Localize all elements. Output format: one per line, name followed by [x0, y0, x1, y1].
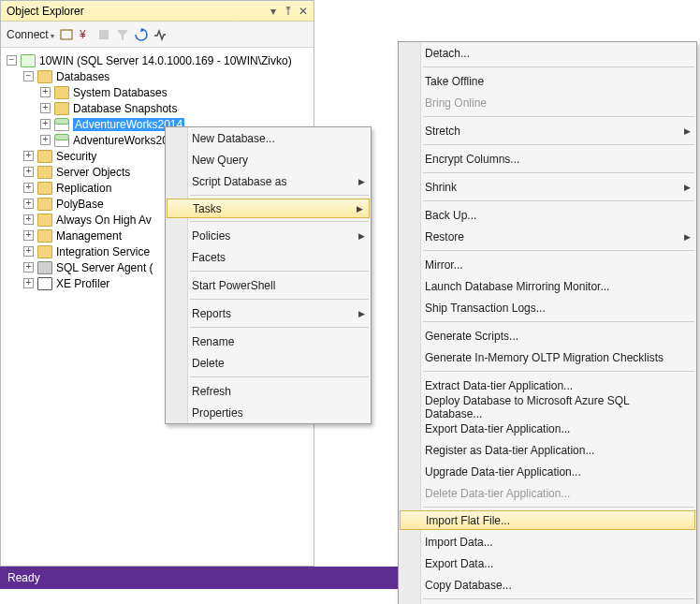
- status-bar: Ready: [0, 567, 398, 589]
- node-label: SQL Server Agent (: [56, 261, 153, 274]
- window-options-icon[interactable]: ▾: [267, 1, 280, 22]
- explorer-toolbar: Connect ¥: [1, 22, 314, 48]
- activity-icon[interactable]: [153, 28, 167, 41]
- node-label: PolyBase: [56, 198, 104, 211]
- menu-label: Export Data...: [425, 557, 493, 570]
- svg-rect-2: [99, 30, 109, 39]
- menu-shrink[interactable]: Shrink▶: [399, 176, 696, 198]
- menu-refresh[interactable]: Refresh: [166, 380, 371, 402]
- menu-take-offline[interactable]: Take Offline: [399, 70, 696, 92]
- expand-icon[interactable]: +: [23, 230, 34, 241]
- disconnect-server-icon[interactable]: ¥: [79, 28, 92, 41]
- expand-icon[interactable]: +: [23, 262, 34, 273]
- menu-register-data-tier[interactable]: Register as Data-tier Application...: [399, 439, 696, 461]
- menu-stretch[interactable]: Stretch▶: [399, 120, 696, 141]
- database-snapshots-node[interactable]: + Database Snapshots: [3, 100, 312, 116]
- expand-icon[interactable]: +: [23, 183, 34, 193]
- close-icon[interactable]: ✕: [297, 1, 310, 22]
- menu-upgrade-data-tier[interactable]: Upgrade Data-tier Application...: [399, 461, 696, 482]
- expand-icon[interactable]: +: [40, 135, 51, 145]
- menu-label: Facets: [192, 251, 226, 264]
- chevron-right-icon: ▶: [684, 232, 691, 242]
- collapse-icon[interactable]: −: [7, 55, 17, 66]
- menu-restore[interactable]: Restore▶: [399, 226, 696, 247]
- chevron-right-icon: ▶: [358, 309, 365, 318]
- menu-copy-database[interactable]: Copy Database...: [399, 574, 696, 596]
- node-label: Security: [56, 150, 96, 163]
- menu-label: Delete: [192, 357, 225, 370]
- expand-icon[interactable]: +: [23, 246, 34, 257]
- menu-label: Reports: [192, 307, 231, 320]
- expand-icon[interactable]: +: [40, 103, 51, 113]
- node-label: Server Objects: [56, 166, 130, 179]
- menu-new-query[interactable]: New Query: [166, 149, 371, 170]
- menu-delete-data-tier: Delete Data-tier Application...: [399, 482, 696, 504]
- menu-facets[interactable]: Facets: [166, 246, 371, 268]
- chevron-right-icon: ▶: [684, 183, 691, 192]
- menu-ship-transaction-logs[interactable]: Ship Transaction Logs...: [399, 297, 696, 318]
- menu-bring-online: Bring Online: [399, 92, 696, 113]
- databases-label: Databases: [56, 70, 109, 83]
- menu-separator: [423, 200, 694, 201]
- folder-icon: [37, 229, 52, 243]
- menu-generate-scripts[interactable]: Generate Scripts...: [399, 325, 696, 346]
- menu-import-data[interactable]: Import Data...: [399, 531, 696, 552]
- expand-icon[interactable]: +: [40, 87, 51, 97]
- menu-encrypt-columns[interactable]: Encrypt Columns...: [399, 148, 696, 169]
- chevron-right-icon: ▶: [357, 204, 363, 214]
- menu-launch-mirroring-monitor[interactable]: Launch Database Mirroring Monitor...: [399, 275, 696, 297]
- menu-start-powershell[interactable]: Start PowerShell: [166, 274, 371, 296]
- expand-icon[interactable]: +: [23, 167, 34, 177]
- svg-rect-0: [61, 30, 72, 39]
- expand-icon[interactable]: +: [23, 278, 34, 288]
- menu-label: Copy Database...: [425, 579, 512, 592]
- menu-export-data-tier[interactable]: Export Data-tier Application...: [399, 418, 696, 439]
- menu-tasks[interactable]: Tasks▶: [167, 199, 370, 218]
- menu-label: Rename: [192, 335, 234, 348]
- panel-title-text: Object Explorer: [7, 1, 84, 22]
- databases-node[interactable]: − Databases: [3, 68, 312, 84]
- menu-label: Back Up...: [425, 209, 476, 222]
- refresh-icon[interactable]: [135, 28, 148, 41]
- menu-label: Launch Database Mirroring Monitor...: [425, 280, 609, 293]
- menu-mirror[interactable]: Mirror...: [399, 254, 696, 275]
- menu-generate-oltp-checklists[interactable]: Generate In-Memory OLTP Migration Checkl…: [399, 346, 696, 368]
- server-node[interactable]: − 10WIN (SQL Server 14.0.1000.169 - 10WI…: [3, 52, 312, 68]
- menu-label: Tasks: [193, 202, 222, 215]
- menu-back-up[interactable]: Back Up...: [399, 204, 696, 226]
- menu-export-data[interactable]: Export Data...: [399, 552, 696, 574]
- menu-rename[interactable]: Rename: [166, 331, 371, 352]
- menu-deploy-azure[interactable]: Deploy Database to Microsoft Azure SQL D…: [399, 396, 696, 418]
- menu-new-database[interactable]: New Database...: [166, 127, 371, 149]
- stop-icon[interactable]: [97, 28, 110, 41]
- menu-label: Policies: [192, 229, 230, 243]
- folder-icon: [37, 245, 52, 258]
- expand-icon[interactable]: +: [23, 214, 34, 225]
- menu-delete[interactable]: Delete: [166, 352, 371, 374]
- connect-server-icon[interactable]: [60, 28, 73, 41]
- menu-label: Export Data-tier Application...: [425, 422, 570, 435]
- menu-script-database[interactable]: Script Database as▶: [166, 170, 371, 192]
- folder-icon: [37, 150, 52, 163]
- menu-separator: [423, 598, 694, 599]
- menu-detach[interactable]: Detach...: [399, 42, 696, 64]
- folder-icon: [54, 86, 69, 99]
- menu-properties[interactable]: Properties: [166, 402, 371, 423]
- menu-policies[interactable]: Policies▶: [166, 225, 371, 246]
- expand-icon[interactable]: +: [23, 199, 34, 209]
- folder-icon: [37, 166, 52, 179]
- node-label: XE Profiler: [56, 277, 109, 290]
- menu-separator: [423, 144, 694, 145]
- expand-icon[interactable]: +: [23, 151, 34, 161]
- xe-icon: [37, 277, 52, 290]
- filter-icon[interactable]: [116, 28, 129, 41]
- expand-icon[interactable]: +: [40, 119, 51, 129]
- menu-reports[interactable]: Reports▶: [166, 302, 371, 324]
- menu-label: Mirror...: [425, 258, 463, 272]
- menu-import-flat-file[interactable]: Import Flat File...: [400, 510, 695, 530]
- collapse-icon[interactable]: −: [23, 71, 34, 81]
- connect-button[interactable]: Connect: [7, 28, 54, 41]
- pin-icon[interactable]: ⤒: [282, 1, 295, 22]
- system-databases-node[interactable]: + System Databases: [3, 84, 312, 100]
- menu-separator: [423, 250, 694, 251]
